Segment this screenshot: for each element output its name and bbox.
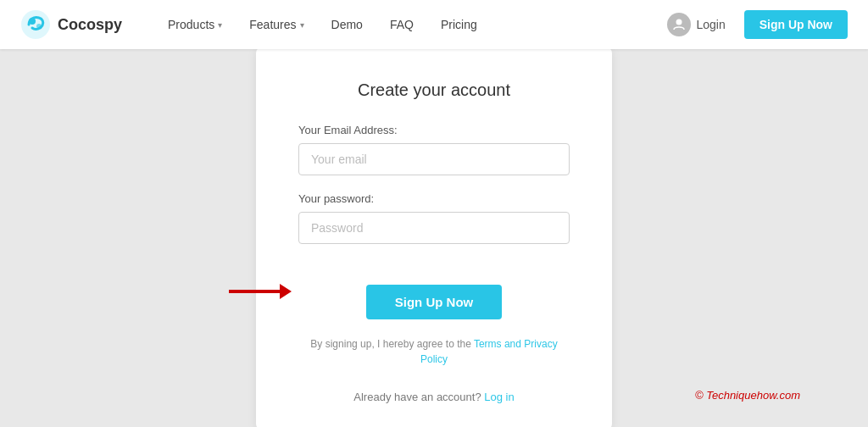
- logo[interactable]: Cocospy: [20, 9, 122, 40]
- navbar: Cocospy Products ▾ Features ▾ Demo FAQ P…: [0, 0, 868, 49]
- password-label: Your password:: [298, 192, 570, 205]
- arrow-head: [280, 284, 292, 299]
- red-arrow: [229, 284, 292, 299]
- main-content: Create your account Your Email Address: …: [0, 49, 868, 427]
- svg-point-0: [21, 10, 50, 39]
- signup-card: Create your account Your Email Address: …: [256, 47, 612, 428]
- terms-text: By signing up, I hereby agree to the Ter…: [298, 336, 570, 367]
- password-form-group: Your password:: [298, 192, 570, 244]
- navbar-signup-button[interactable]: Sign Up Now: [744, 10, 848, 39]
- nav-products[interactable]: Products ▾: [156, 11, 234, 38]
- nav-pricing[interactable]: Pricing: [429, 11, 489, 38]
- email-form-group: Your Email Address:: [298, 124, 570, 175]
- chevron-down-icon: ▾: [218, 20, 222, 30]
- login-button[interactable]: Login: [655, 8, 737, 42]
- svg-point-3: [676, 19, 682, 25]
- nav-features[interactable]: Features ▾: [237, 11, 315, 38]
- logo-icon: [20, 9, 51, 40]
- already-account-text: Already have an account? Log in: [298, 379, 570, 403]
- email-input[interactable]: [298, 143, 570, 175]
- user-icon: [667, 13, 691, 36]
- nav-right: Login Sign Up Now: [655, 8, 848, 42]
- arrow-line: [229, 290, 280, 293]
- arrow-container: [229, 284, 298, 299]
- password-input[interactable]: [298, 212, 570, 244]
- svg-point-1: [29, 18, 36, 25]
- chevron-down-icon: ▾: [300, 20, 304, 30]
- signup-button[interactable]: Sign Up Now: [366, 285, 502, 319]
- nav-demo[interactable]: Demo: [320, 11, 375, 38]
- signup-btn-wrapper: Sign Up Now: [298, 264, 570, 319]
- nav-links: Products ▾ Features ▾ Demo FAQ Pricing: [156, 11, 655, 38]
- svg-point-2: [36, 24, 42, 29]
- card-title: Create your account: [298, 80, 570, 100]
- nav-faq[interactable]: FAQ: [378, 11, 426, 38]
- login-link[interactable]: Log in: [484, 391, 514, 403]
- watermark: © Techniquehow.com: [695, 389, 800, 402]
- email-label: Your Email Address:: [298, 124, 570, 136]
- logo-text: Cocospy: [58, 16, 122, 34]
